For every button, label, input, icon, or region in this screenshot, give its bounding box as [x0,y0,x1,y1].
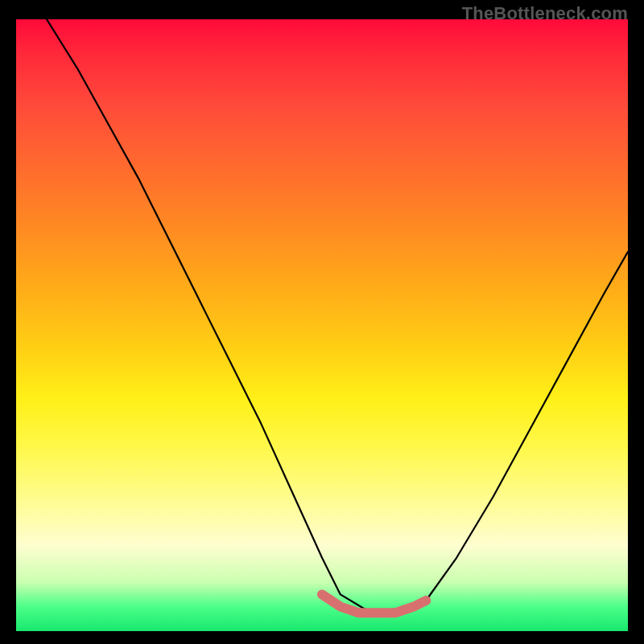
chart-svg [16,19,628,631]
optimal-range-marker [322,594,426,613]
plot-area [16,19,628,631]
chart-stage: TheBottleneck.com [0,0,644,644]
bottleneck-curve [47,19,628,613]
